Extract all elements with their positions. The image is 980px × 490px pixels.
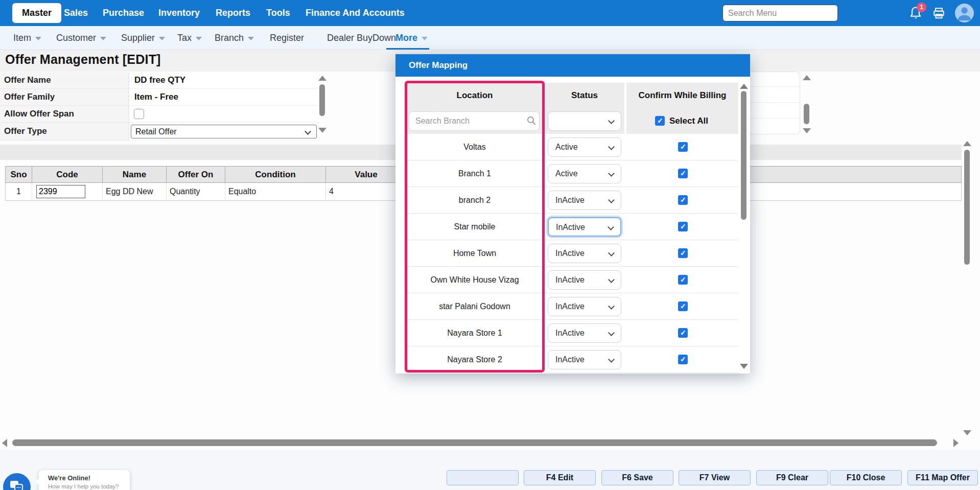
f11-map-offer-button[interactable]: F11 Map Offer	[907, 470, 978, 485]
offer-mapping-modal: Offer Mapping Location Status Confirm Wh…	[395, 54, 750, 374]
code-input[interactable]	[36, 185, 85, 198]
subnav-item-tax[interactable]: Tax	[177, 26, 202, 50]
modal-scrollbar[interactable]	[740, 83, 748, 370]
branch-row: Home Town InActive	[405, 240, 738, 267]
col-header-status: Status	[545, 83, 624, 108]
scroll-right-arrow[interactable]	[953, 439, 959, 447]
cell-name: Egg DD New	[103, 183, 167, 200]
status-select[interactable]: InActive	[548, 191, 621, 210]
scroll-up-arrow[interactable]	[740, 84, 748, 89]
page-scrollbar[interactable]	[963, 141, 972, 437]
search-icon	[527, 116, 534, 123]
f7-view-button[interactable]: F7 View	[679, 470, 751, 485]
top-navbar: Master Sales Purchase Inventory Reports …	[0, 0, 980, 26]
subnav-item-register[interactable]: Register	[270, 26, 304, 50]
f4-edit-button[interactable]: F4 Edit	[524, 470, 596, 485]
nav-item-tools[interactable]: Tools	[266, 0, 290, 26]
chat-bubbles-icon	[9, 479, 25, 490]
nav-item-reports[interactable]: Reports	[216, 0, 250, 26]
scrollbar-thumb[interactable]	[741, 91, 746, 220]
col-header-condition: Condition	[225, 167, 326, 182]
nav-item-purchase[interactable]: Purchase	[103, 0, 144, 26]
branch-name: Home Town	[407, 240, 542, 267]
scrollbar-thumb[interactable]	[12, 439, 937, 446]
chevron-down-icon	[608, 170, 615, 177]
select-all-checkbox[interactable]	[655, 116, 665, 126]
subnav-item-item[interactable]: Item	[13, 26, 41, 50]
confirm-checkbox[interactable]	[678, 248, 688, 258]
status-select[interactable]: InActive	[548, 350, 621, 369]
footer-button-blank[interactable]	[447, 470, 519, 485]
status-select[interactable]: Active	[548, 164, 621, 183]
confirm-checkbox[interactable]	[678, 328, 688, 338]
offer-name-value[interactable]: DD free QTY	[129, 72, 320, 89]
status-select[interactable]: InActive	[548, 217, 621, 237]
subnav-item-customer[interactable]: Customer	[56, 26, 106, 50]
branch-row: Voltas Active	[405, 134, 738, 160]
right-form-scrollbar[interactable]	[802, 74, 811, 135]
scroll-up-arrow[interactable]	[318, 76, 326, 81]
confirm-checkbox[interactable]	[678, 195, 688, 205]
scroll-down-arrow[interactable]	[963, 430, 971, 435]
search-branch-input[interactable]	[409, 111, 540, 131]
status-filter-select[interactable]	[548, 111, 621, 131]
subnav-item-branch[interactable]: Branch	[215, 26, 254, 50]
branch-name: branch 2	[407, 187, 542, 214]
printer-icon[interactable]	[932, 7, 947, 22]
scroll-up-arrow[interactable]	[963, 141, 971, 146]
allow-offer-span-label: Allow Offer Span	[0, 106, 129, 123]
scrollbar-thumb[interactable]	[804, 104, 809, 124]
status-select[interactable]: InActive	[548, 323, 621, 343]
cell-code	[32, 183, 103, 200]
status-select[interactable]: Active	[548, 137, 621, 157]
confirm-checkbox[interactable]	[678, 355, 688, 364]
scroll-down-arrow[interactable]	[318, 128, 326, 133]
offer-family-value[interactable]: Item - Free	[129, 89, 320, 106]
scrollbar-thumb[interactable]	[319, 84, 325, 116]
chat-status-bubble[interactable]: We're Online! How may I help you today?	[39, 470, 130, 490]
nav-item-inventory[interactable]: Inventory	[158, 0, 200, 26]
status-select[interactable]: InActive	[548, 297, 621, 316]
subnav-item-supplier[interactable]: Supplier	[121, 26, 165, 50]
f6-save-button[interactable]: F6 Save	[601, 470, 673, 485]
search-menu-input[interactable]	[722, 5, 838, 21]
f9-clear-button[interactable]: F9 Clear	[756, 470, 828, 485]
branch-row: star Palani Godown InActive	[405, 293, 738, 320]
confirm-checkbox[interactable]	[678, 142, 688, 152]
status-select[interactable]: InActive	[548, 244, 621, 263]
branch-name: Nayara Store 2	[407, 346, 542, 373]
cell-sno: 1	[6, 183, 32, 200]
scroll-down-arrow[interactable]	[740, 364, 748, 369]
chevron-down-icon	[35, 37, 41, 40]
confirm-checkbox[interactable]	[678, 301, 688, 311]
avatar-icon[interactable]	[955, 4, 974, 22]
confirm-checkbox[interactable]	[678, 222, 688, 231]
col-header-code: Code	[32, 167, 103, 182]
offer-type-select[interactable]: Retail Offer	[131, 125, 317, 138]
scroll-up-arrow[interactable]	[803, 75, 811, 80]
status-select[interactable]: InActive	[548, 270, 621, 290]
col-header-location: Location	[407, 83, 542, 108]
scrollbar-thumb[interactable]	[964, 150, 970, 265]
horizontal-scrollbar[interactable]	[0, 437, 980, 449]
page-title: Offer Management [EDIT]	[5, 52, 161, 67]
offer-type-label: Offer Type	[0, 123, 129, 141]
subnav-item-dealer-buydown[interactable]: Dealer BuyDown	[327, 26, 396, 50]
nav-item-finance-and-accounts[interactable]: Finance And Accounts	[306, 0, 405, 26]
scroll-down-arrow[interactable]	[803, 128, 811, 133]
nav-item-sales[interactable]: Sales	[64, 0, 88, 26]
f10-close-button[interactable]: F10 Close	[830, 470, 902, 485]
cell-condition: Equalto	[225, 183, 326, 200]
subnav-item-more[interactable]: More	[395, 26, 428, 50]
branch-name: Own White House Vizag	[407, 267, 542, 293]
allow-offer-span-checkbox[interactable]	[134, 109, 144, 119]
nav-item-master[interactable]: Master	[12, 3, 61, 23]
confirm-checkbox[interactable]	[678, 275, 688, 285]
chevron-down-icon	[608, 197, 615, 203]
form-scrollbar[interactable]	[318, 74, 327, 138]
bell-icon[interactable]: 1	[908, 6, 924, 21]
scroll-left-arrow[interactable]	[2, 439, 7, 447]
branch-row: Nayara Store 1 InActive	[405, 320, 738, 346]
confirm-checkbox[interactable]	[678, 169, 688, 178]
chevron-down-icon	[196, 37, 202, 40]
